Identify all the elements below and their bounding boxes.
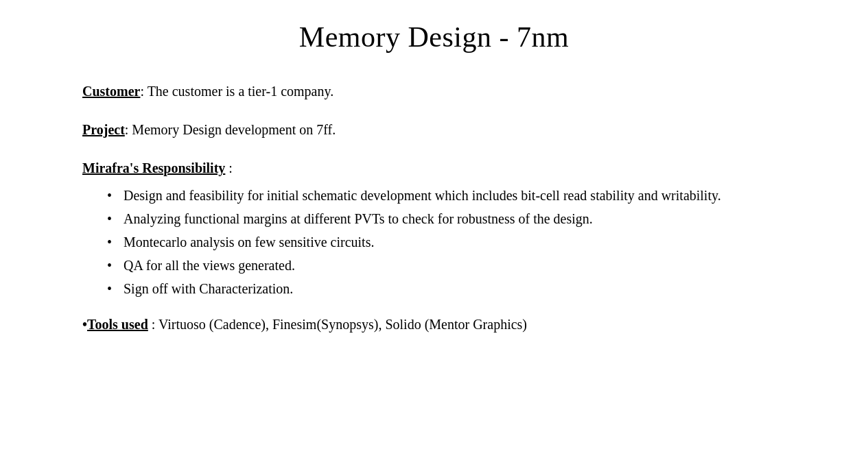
page-container: Memory Design - 7nm Customer: The custom… — [0, 0, 868, 458]
customer-section: Customer: The customer is a tier-1 compa… — [82, 81, 786, 101]
project-label: Project — [82, 122, 125, 137]
responsibility-bullet-2: Montecarlo analysis on few sensitive cir… — [110, 232, 786, 252]
tools-section: •Tools used : Virtuoso (Cadence), Finesi… — [82, 317, 786, 333]
tools-text: : Virtuoso (Cadence), Finesim(Synopsys),… — [148, 317, 527, 332]
responsibility-section: Mirafra's Responsibility : Design and fe… — [82, 158, 786, 299]
customer-text: : The customer is a tier-1 company. — [140, 84, 333, 99]
tools-bullet-prefix: • — [82, 317, 87, 332]
responsibility-bullets: Design and feasibility for initial schem… — [110, 185, 786, 299]
customer-label: Customer — [82, 84, 140, 99]
responsibility-bullet-3: QA for all the views generated. — [110, 255, 786, 276]
responsibility-bullet-1: Analyzing functional margins at differen… — [110, 208, 786, 229]
customer-line: Customer: The customer is a tier-1 compa… — [82, 84, 333, 99]
responsibility-label: Mirafra's Responsibility — [82, 160, 225, 176]
project-section: Project: Memory Design development on 7f… — [82, 119, 786, 140]
responsibility-header: Mirafra's Responsibility : — [82, 158, 786, 178]
project-text: : Memory Design development on 7ff. — [125, 122, 336, 137]
responsibility-bullet-0: Design and feasibility for initial schem… — [110, 185, 786, 206]
project-line: Project: Memory Design development on 7f… — [82, 122, 336, 137]
page-title: Memory Design - 7nm — [82, 21, 786, 53]
responsibility-colon: : — [225, 160, 233, 176]
responsibility-bullet-4: Sign off with Characterization. — [110, 278, 786, 299]
tools-label: Tools used — [87, 317, 148, 332]
